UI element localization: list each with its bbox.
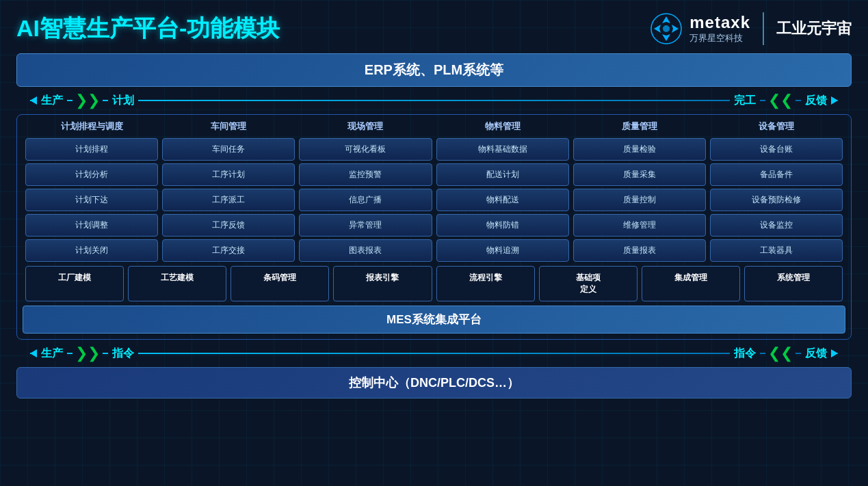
brand-slogan: 工业元宇宙	[776, 18, 852, 39]
main-diagram: ERP系统、PLM系统等 生产 ❯❯ 计划 完工 ❮❮ 反馈 计划排程与调度 车…	[16, 53, 852, 399]
module-5-4[interactable]: 工装器具	[710, 239, 843, 262]
module-2-2[interactable]: 信息广播	[299, 189, 432, 211]
module-1-0[interactable]: 车间任务	[162, 138, 295, 161]
flow-label-plan-top: 计划	[108, 94, 138, 108]
page-title: AI智慧生产平台-功能模块	[16, 13, 280, 44]
brand-logo-icon	[650, 12, 683, 45]
middle-outer-box: 计划排程与调度 车间管理 现场管理 物料管理 质量管理 设备管理 计划排程 车间…	[16, 114, 852, 340]
flow-row-bottom: 生产 ❯❯ 指令 指令 ❮❮ 反馈	[16, 341, 852, 366]
flow-arrow-left-bottom	[30, 349, 37, 357]
module-2-4[interactable]: 图表报表	[299, 239, 432, 262]
flow-row-top: 生产 ❯❯ 计划 完工 ❮❮ 反馈	[16, 88, 852, 113]
module-0-3[interactable]: 计划调整	[25, 214, 158, 237]
tool-0[interactable]: 工厂建模	[25, 266, 124, 301]
module-4-1[interactable]: 质量采集	[573, 163, 706, 186]
module-5-0[interactable]: 设备台账	[710, 138, 843, 161]
module-5-2[interactable]: 设备预防检修	[710, 189, 843, 211]
tool-2[interactable]: 条码管理	[231, 266, 329, 301]
tool-3[interactable]: 报表引擎	[333, 266, 432, 301]
flow-label-feedback-bottom: 反馈	[801, 347, 831, 361]
module-1-3[interactable]: 工序反馈	[162, 214, 295, 237]
erp-bar: ERP系统、PLM系统等	[16, 53, 852, 87]
flow-chevron-down-top: ❯❯	[73, 93, 103, 108]
flow-label-instruction-right-bottom: 指令	[730, 347, 760, 361]
flow-chevron-down-bottom: ❯❯	[73, 346, 103, 361]
flow-label-complete-top: 完工	[730, 94, 760, 108]
tool-5[interactable]: 基础项定义	[539, 266, 637, 301]
module-4-0[interactable]: 质量检验	[573, 138, 706, 161]
module-row-3: 计划下达 工序派工 信息广播 物料配送 质量控制 设备预防检修	[23, 189, 845, 211]
control-bar: 控制中心（DNC/PLC/DCS…）	[16, 367, 852, 399]
tools-row: 工厂建模 工艺建模 条码管理 报表引擎 流程引擎 基础项定义 集成管理 系统管理	[23, 266, 845, 301]
tool-7[interactable]: 系统管理	[744, 266, 843, 301]
module-1-2[interactable]: 工序派工	[162, 189, 295, 211]
flow-chevron-up-bottom: ❮❮	[765, 346, 795, 361]
mes-bar: MES系统集成平台	[23, 306, 845, 334]
flow-label-feedback-top: 反馈	[801, 94, 831, 108]
col-header-4: 质量管理	[573, 120, 706, 133]
svg-marker-3	[654, 25, 661, 33]
flow-chevron-up-top: ❮❮	[765, 93, 795, 108]
module-2-1[interactable]: 监控预警	[299, 163, 432, 186]
flow-arrow-right-top	[831, 96, 838, 105]
module-4-4[interactable]: 质量报表	[573, 239, 706, 262]
col-header-2: 现场管理	[299, 120, 432, 133]
col-header-5: 设备管理	[710, 120, 843, 133]
brand-name: metaxk	[689, 13, 750, 32]
svg-marker-1	[662, 16, 670, 23]
tool-1[interactable]: 工艺建模	[128, 266, 226, 301]
module-5-3[interactable]: 设备监控	[710, 214, 843, 237]
module-5-1[interactable]: 备品备件	[710, 163, 843, 186]
brand-section: metaxk 万界星空科技 工业元宇宙	[650, 12, 852, 45]
svg-marker-4	[672, 25, 679, 33]
module-4-3[interactable]: 维修管理	[573, 214, 706, 237]
flow-label-production-bottom: 生产	[37, 347, 67, 361]
col-header-0: 计划排程与调度	[25, 120, 158, 133]
middle-inner-content: 计划排程与调度 车间管理 现场管理 物料管理 质量管理 设备管理 计划排程 车间…	[17, 115, 851, 339]
col-header-1: 车间管理	[162, 120, 295, 133]
svg-marker-2	[662, 34, 670, 41]
col-header-3: 物料管理	[436, 120, 569, 133]
module-2-0[interactable]: 可视化看板	[299, 138, 432, 161]
module-3-4[interactable]: 物料追溯	[436, 239, 569, 262]
module-1-1[interactable]: 工序计划	[162, 163, 295, 186]
tool-4[interactable]: 流程引擎	[436, 266, 535, 301]
flow-arrow-left-top	[30, 96, 37, 105]
flow-line-bottom	[30, 353, 838, 354]
module-0-4[interactable]: 计划关闭	[25, 239, 158, 262]
module-3-2[interactable]: 物料配送	[436, 189, 569, 211]
module-0-1[interactable]: 计划分析	[25, 163, 158, 186]
flow-line-top	[30, 100, 838, 101]
module-1-4[interactable]: 工序交接	[162, 239, 295, 262]
brand-divider	[763, 12, 764, 45]
module-4-2[interactable]: 质量控制	[573, 189, 706, 211]
brand-sub: 万界星空科技	[689, 32, 743, 44]
column-headers: 计划排程与调度 车间管理 现场管理 物料管理 质量管理 设备管理	[23, 120, 845, 133]
module-0-2[interactable]: 计划下达	[25, 189, 158, 211]
flow-arrow-right-bottom	[831, 349, 838, 357]
module-2-3[interactable]: 异常管理	[299, 214, 432, 237]
brand-text: metaxk 万界星空科技	[689, 13, 750, 44]
module-3-0[interactable]: 物料基础数据	[436, 138, 569, 161]
svg-point-5	[663, 25, 670, 32]
module-0-0[interactable]: 计划排程	[25, 138, 158, 161]
module-3-3[interactable]: 物料防错	[436, 214, 569, 237]
module-row-5: 计划关闭 工序交接 图表报表 物料追溯 质量报表 工装器具	[23, 239, 845, 262]
flow-label-production-top: 生产	[37, 94, 67, 108]
module-row-4: 计划调整 工序反馈 异常管理 物料防错 维修管理 设备监控	[23, 214, 845, 237]
flow-label-instruction-bottom: 指令	[108, 347, 138, 361]
tool-6[interactable]: 集成管理	[642, 266, 740, 301]
module-row-2: 计划分析 工序计划 监控预警 配送计划 质量采集 备品备件	[23, 163, 845, 186]
module-row-1: 计划排程 车间任务 可视化看板 物料基础数据 质量检验 设备台账	[23, 138, 845, 161]
page-header: AI智慧生产平台-功能模块 metaxk 万界星空科技 工业元宇宙	[16, 12, 852, 45]
module-3-1[interactable]: 配送计划	[436, 163, 569, 186]
